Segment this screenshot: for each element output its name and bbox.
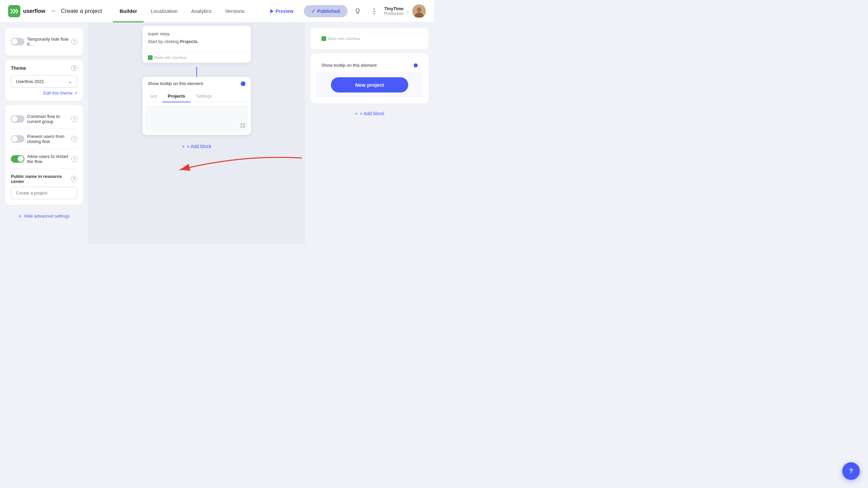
new-project-preview: New project bbox=[316, 72, 423, 98]
back-button[interactable]: ← bbox=[51, 7, 57, 15]
center-tooltip-dot bbox=[241, 81, 245, 86]
allow-restart-label: Allow users to restart the flow bbox=[27, 154, 71, 164]
edit-theme-link[interactable]: Edit this theme ↗ bbox=[11, 90, 77, 96]
right-panel: Made with Userflow Show tooltip on this … bbox=[305, 22, 434, 244]
center-tab-content bbox=[145, 105, 248, 132]
grid-icon bbox=[240, 123, 245, 129]
theme-chevron-icon: ⌄ bbox=[68, 79, 72, 84]
center-tooltip-row: Show tooltip on this element bbox=[142, 77, 251, 90]
avatar[interactable] bbox=[412, 4, 426, 18]
user-name: TinyTime bbox=[384, 6, 403, 11]
published-button[interactable]: ✓ Published bbox=[304, 5, 348, 17]
more-icon: ⋮ bbox=[371, 7, 377, 15]
flow-card-1: super easy. Start by clicking Projects. … bbox=[142, 26, 251, 63]
center-panel: super easy. Start by clicking Projects. … bbox=[88, 22, 305, 244]
right-made-with-card: Made with Userflow bbox=[311, 28, 429, 49]
theme-card: Theme ? Userflow 2021 ⌄ Edit this theme … bbox=[5, 60, 83, 101]
chevron-up-icon: ∧ bbox=[18, 214, 22, 219]
toggle-allow-restart: Allow users to restart the flow ? bbox=[11, 150, 77, 167]
hide-advanced-button[interactable]: ∧ Hide advanced settings bbox=[5, 209, 83, 223]
red-arrow-annotation bbox=[105, 151, 305, 180]
public-name-help-icon[interactable]: ? bbox=[71, 176, 77, 182]
prevent-close-help-icon[interactable]: ? bbox=[71, 136, 77, 142]
flow-card-tooltip: Show tooltip on this element ard Project… bbox=[142, 77, 251, 135]
constrain-flow-toggle[interactable] bbox=[11, 115, 24, 123]
nav-item-localization[interactable]: Localization bbox=[144, 0, 184, 22]
right-tooltip-card: Show tooltip on this element New project bbox=[311, 53, 429, 103]
toggle-prevent-close: Prevent users from closing flow ? bbox=[11, 130, 77, 147]
made-with-userflow-1: Made with Userflow bbox=[142, 52, 251, 63]
constrain-flow-label: Constrain flow to current group bbox=[27, 114, 71, 124]
flow-settings-card: Constrain flow to current group ? Preven… bbox=[5, 105, 83, 205]
temporarily-hide-label: Temporarily hide flow if... bbox=[27, 37, 71, 47]
new-project-preview-button[interactable]: New project bbox=[331, 77, 408, 93]
hide-flow-card: Temporarily hide flow if... ? bbox=[5, 28, 83, 56]
svg-rect-9 bbox=[321, 36, 326, 41]
logo-text: userflow bbox=[23, 8, 45, 14]
svg-point-2 bbox=[417, 7, 421, 12]
toggle-constrain-flow: Constrain flow to current group ? bbox=[11, 110, 77, 127]
project-name: Create a project bbox=[61, 8, 102, 15]
user-section: TinyTime Production ⌄ bbox=[384, 4, 426, 18]
center-tab-ard[interactable]: ard bbox=[145, 90, 162, 102]
theme-value: Userflow 2021 bbox=[16, 79, 44, 84]
svg-rect-3 bbox=[148, 55, 153, 60]
right-plus-icon: + bbox=[355, 111, 358, 116]
preview-button[interactable]: Preview bbox=[264, 6, 300, 17]
center-tab-projects[interactable]: Projects bbox=[162, 90, 191, 102]
svg-rect-5 bbox=[243, 123, 245, 125]
main-nav: Builder Localization Analytics Versions bbox=[113, 0, 264, 22]
prevent-close-toggle[interactable] bbox=[11, 135, 24, 143]
connection-line-1 bbox=[196, 67, 197, 77]
nav-item-versions[interactable]: Versions bbox=[218, 0, 252, 22]
more-options-button[interactable]: ⋮ bbox=[368, 5, 380, 17]
external-link-icon: ↗ bbox=[74, 91, 77, 96]
public-name-input[interactable] bbox=[11, 187, 77, 199]
nav-item-builder[interactable]: Builder bbox=[113, 0, 144, 22]
right-tooltip-row: Show tooltip on this element bbox=[316, 59, 423, 72]
svg-rect-0 bbox=[8, 5, 20, 17]
svg-rect-4 bbox=[240, 123, 242, 125]
user-env: Production bbox=[384, 11, 403, 16]
public-name-label: Public name in resource center ? bbox=[11, 174, 77, 184]
theme-title: Theme bbox=[11, 65, 26, 71]
theme-help-icon[interactable]: ? bbox=[71, 65, 77, 71]
flow-card-text-2: Start by clicking Projects. bbox=[148, 39, 245, 44]
svg-rect-6 bbox=[240, 126, 242, 128]
play-icon bbox=[270, 9, 274, 13]
user-chevron-icon[interactable]: ⌄ bbox=[406, 9, 410, 14]
flow-card-text-1: super easy. bbox=[148, 31, 245, 36]
header: userflow ← Create a project Builder Loca… bbox=[0, 0, 434, 22]
right-add-block-button[interactable]: + + Add block bbox=[311, 107, 429, 120]
center-tab-settings[interactable]: Settings bbox=[191, 90, 217, 102]
logo[interactable]: userflow bbox=[8, 5, 45, 17]
center-add-block-button[interactable]: + + Add block bbox=[177, 139, 216, 154]
allow-restart-help-icon[interactable]: ? bbox=[71, 156, 77, 162]
check-icon: ✓ bbox=[311, 8, 315, 14]
lightbulb-button[interactable] bbox=[352, 5, 364, 17]
plus-icon: + bbox=[182, 144, 185, 149]
temporarily-hide-toggle[interactable] bbox=[11, 38, 24, 45]
flow-card-bold: Projects. bbox=[180, 39, 199, 44]
center-tabs: ard Projects Settings bbox=[145, 90, 248, 102]
prevent-close-label: Prevent users from closing flow bbox=[27, 134, 71, 144]
nav-item-analytics[interactable]: Analytics bbox=[184, 0, 218, 22]
header-right: Preview ✓ Published ⋮ TinyTime Productio… bbox=[264, 4, 426, 18]
constrain-flow-help-icon[interactable]: ? bbox=[71, 116, 77, 122]
temporarily-hide-help-icon[interactable]: ? bbox=[71, 39, 77, 45]
allow-restart-toggle[interactable] bbox=[11, 155, 24, 163]
theme-dropdown[interactable]: Userflow 2021 ⌄ bbox=[11, 75, 77, 88]
svg-rect-7 bbox=[243, 126, 245, 128]
right-made-with: Made with Userflow bbox=[316, 33, 423, 44]
main-content: Temporarily hide flow if... ? Theme ? Us… bbox=[0, 22, 434, 244]
right-tooltip-dot bbox=[414, 63, 418, 67]
toggle-temporarily-hide: Temporarily hide flow if... ? bbox=[11, 33, 77, 50]
left-panel: Temporarily hide flow if... ? Theme ? Us… bbox=[0, 22, 88, 244]
